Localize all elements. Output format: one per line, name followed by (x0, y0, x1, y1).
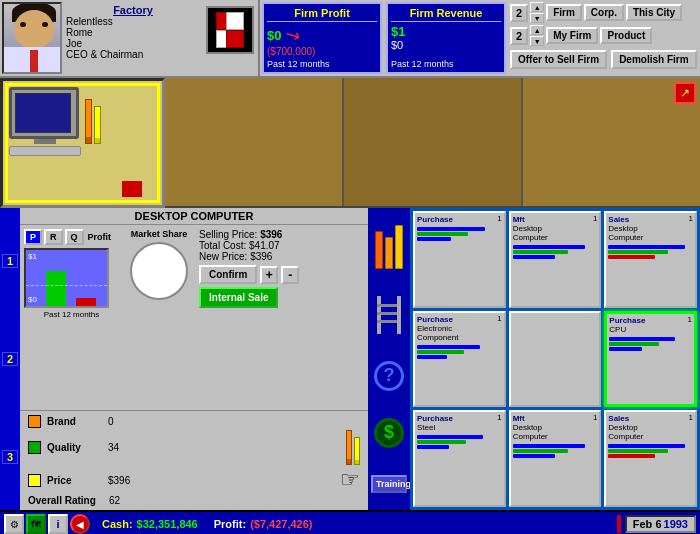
myfirm-up-button[interactable]: ▲ (530, 25, 544, 35)
this-city-button[interactable]: This City (626, 4, 682, 21)
status-icons: ⚙ 🗺 i ◀ (0, 512, 94, 534)
sidebar-num-1[interactable]: 1 (2, 254, 18, 268)
ceo-title: CEO & Chairman (66, 49, 200, 60)
product-slot-3 (342, 78, 521, 206)
gc3-title: Purchase (417, 315, 502, 324)
corp-num-display: 2 (510, 4, 528, 22)
quality-value: 34 (108, 442, 119, 453)
grid-card-8[interactable]: 1 Sales Desktop Computer (604, 410, 697, 507)
myfirm-down-button[interactable]: ▼ (530, 36, 544, 46)
grid-card-1[interactable]: 1 Mft Desktop Computer (509, 211, 602, 308)
price-color-box (28, 474, 41, 487)
firm-button[interactable]: Firm (546, 4, 582, 21)
main-bottom: 1 2 3 DESKTOP COMPUTER P R Q Profit $1 $… (0, 208, 700, 510)
ceo-name: Joe (66, 38, 200, 49)
gc2-sub1: Desktop (608, 224, 693, 233)
brand-label: Brand (47, 416, 102, 427)
product-button[interactable]: Product (600, 27, 652, 44)
past-12-label: Past 12 months (24, 310, 119, 319)
gc3-num: 1 (497, 314, 501, 323)
firm-revenue-past: Past 12 months (391, 59, 501, 69)
price-info: Selling Price: $396 Total Cost: $41.07 N… (199, 229, 364, 262)
myfirm-button[interactable]: My Firm (546, 27, 598, 44)
market-share-label: Market Share (131, 229, 188, 239)
training-button[interactable]: Training (371, 475, 407, 493)
profit-status-label: Profit: (214, 518, 246, 530)
trend-icon: ↗ (674, 82, 696, 104)
gc5-bar3 (609, 347, 642, 351)
status-icon-1[interactable]: ⚙ (4, 514, 24, 534)
stats-row: P R Q Profit $1 $0 Past 12 months Market (20, 225, 368, 410)
profit-chart: $1 $0 (24, 248, 109, 308)
books-icon[interactable] (372, 225, 406, 269)
grid-card-6[interactable]: 1 Purchase Steel (413, 410, 506, 507)
tab-r[interactable]: R (44, 229, 63, 245)
gc0-bar3 (417, 237, 451, 241)
brand-value: 0 (108, 416, 114, 427)
selling-price-label: Selling Price: (199, 229, 257, 240)
gc3-sub2: Component (417, 333, 502, 342)
demolish-button[interactable]: Demolish Firm (611, 50, 696, 69)
gc7-title: Mft (513, 414, 598, 423)
red-box (122, 181, 142, 197)
gc2-bar2 (608, 250, 667, 254)
overall-value: 62 (109, 495, 120, 506)
status-bar: ⚙ 🗺 i ◀ Cash: $32,351,846 Profit: ($7,42… (0, 510, 700, 534)
gc2-sub2: Computer (608, 233, 693, 242)
price-minus-button[interactable]: - (281, 266, 299, 284)
internal-sale-button[interactable]: Internal Sale (199, 287, 278, 308)
product-image-box (0, 78, 165, 208)
status-info-icon[interactable]: i (48, 514, 68, 534)
offer-sell-button[interactable]: Offer to Sell Firm (510, 50, 607, 69)
myfirm-num-display: 2 (510, 27, 528, 45)
right-controls: 2 ▲ ▼ Firm Corp. This City 2 ▲ ▼ My Firm… (508, 0, 700, 76)
firm-revenue-label: Firm Revenue (391, 7, 501, 22)
gc3-bar2 (417, 350, 464, 354)
tab-q[interactable]: Q (65, 229, 84, 245)
grid-card-0[interactable]: 1 Purchase (413, 211, 506, 308)
corp-down-button[interactable]: ▼ (530, 13, 544, 23)
status-back-icon[interactable]: ◀ (70, 514, 90, 534)
gc1-bar1 (513, 245, 585, 249)
gc0-num: 1 (497, 214, 501, 223)
separator-bar (617, 515, 621, 533)
ladder-icon[interactable] (373, 296, 405, 334)
gc1-bar3 (513, 255, 555, 259)
gc8-bar3 (608, 454, 655, 458)
help-icon[interactable]: ? (374, 361, 404, 391)
profit-label: Profit (88, 232, 112, 242)
grid-card-3[interactable]: 1 Purchase Electronic Component (413, 311, 506, 408)
grid-card-7[interactable]: 1 Mft Desktop Computer (509, 410, 602, 507)
sidebar-num-3[interactable]: 3 (2, 450, 18, 464)
hand-icon[interactable]: ☞ (340, 467, 360, 493)
gc6-sub1: Steel (417, 423, 502, 432)
grid-card-2[interactable]: 1 Sales Desktop Computer (604, 211, 697, 308)
confirm-button[interactable]: Confirm (199, 265, 257, 284)
chart-section: P R Q Profit $1 $0 Past 12 months (24, 229, 119, 406)
cash-label: Cash: (102, 518, 133, 530)
brand-color-box (28, 415, 41, 428)
gc8-title: Sales (608, 414, 693, 423)
gc0-bar1 (417, 227, 485, 231)
gc5-bar2 (609, 342, 659, 346)
date-display: Feb 6 1993 (625, 515, 696, 533)
price-row-value: $396 (108, 475, 130, 486)
finance-icon[interactable]: $ (374, 418, 404, 448)
gc7-bar1 (513, 444, 585, 448)
gc7-bar2 (513, 449, 568, 453)
gc7-sub2: Computer (513, 432, 598, 441)
tab-p[interactable]: P (24, 229, 42, 245)
bq-section: Brand 0 Quality 34 Price $396 ☞ (20, 410, 368, 510)
corp-up-button[interactable]: ▲ (530, 2, 544, 12)
gc3-bar1 (417, 345, 480, 349)
corp-button[interactable]: Corp. (584, 4, 624, 21)
chart-bar-neg (76, 298, 96, 306)
price-plus-button[interactable]: + (260, 266, 278, 284)
gc8-sub2: Computer (608, 432, 693, 441)
status-icon-2[interactable]: 🗺 (26, 514, 46, 534)
grid-card-5[interactable]: 1 Purchase CPU (604, 311, 697, 408)
sidebar-num-2[interactable]: 2 (2, 352, 18, 366)
market-share-pie (130, 242, 188, 300)
firm-revenue-section: Firm Revenue $1 $0 Past 12 months (386, 2, 506, 74)
gc7-sub1: Desktop (513, 423, 598, 432)
